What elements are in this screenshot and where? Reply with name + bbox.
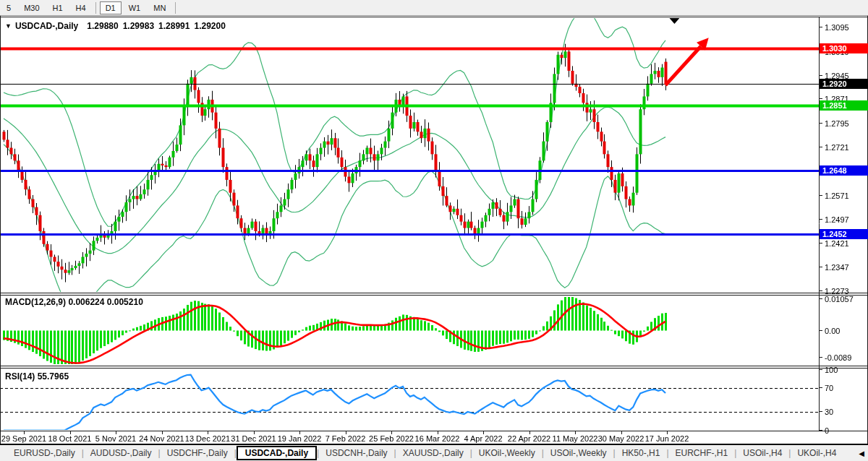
ohlc-high: 1.29983 xyxy=(123,21,154,31)
rsi-axis-tick: 70 xyxy=(825,384,867,392)
chart-title: ▼ USDCAD-,Daily 1.29880 1.29983 1.28991 … xyxy=(5,21,230,31)
date-axis-label: 30 May 2022 xyxy=(598,434,644,443)
tab-scroll-left-button[interactable]: ◀ xyxy=(859,449,864,457)
price-badge: 1.2452 xyxy=(820,229,868,239)
date-axis-label: 4 Apr 2022 xyxy=(464,434,502,443)
price-axis-tick: 1.2571 xyxy=(825,191,867,200)
date-axis-label: 31 Dec 2021 xyxy=(231,434,276,443)
price-axis-tick: 1.2347 xyxy=(825,263,867,272)
chart-tab-audusd-daily[interactable]: AUDUSD-,Daily xyxy=(84,447,158,460)
price-badge: 1.3030 xyxy=(820,43,868,53)
date-axis-label: 24 Nov 2021 xyxy=(139,434,184,443)
rsi-axis-tick: 100 xyxy=(825,366,867,374)
price-badge: 1.2648 xyxy=(820,165,868,176)
price-axis-tick: 1.2721 xyxy=(825,143,867,152)
chart-tab-eurusd-daily[interactable]: EURUSD-,Daily xyxy=(7,447,82,460)
timeframe-button-h4[interactable]: H4 xyxy=(70,1,92,14)
chart-tab-xauusd-daily[interactable]: XAUUSD-,Daily xyxy=(396,447,470,460)
toolbar-separator xyxy=(95,2,96,14)
macd-axis-tick: 0.01057 xyxy=(825,295,867,303)
price-badge: 1.2851 xyxy=(820,100,868,111)
chart-tab-usoil-h4[interactable]: USOil-,H4 xyxy=(736,447,788,460)
price-chart-canvas[interactable] xyxy=(0,16,868,444)
timeframe-button-w1[interactable]: W1 xyxy=(123,1,147,14)
price-axis-tick: 1.2795 xyxy=(825,119,867,128)
ohlc-open: 1.29880 xyxy=(87,21,118,31)
date-axis-label: 5 Nov 2021 xyxy=(95,434,136,443)
date-axis-label: 25 Feb 2022 xyxy=(369,434,414,443)
chart-tab-ukoil-h4[interactable]: UKOil-,H4 xyxy=(791,447,843,460)
rsi-axis-tick: 0 xyxy=(825,426,867,435)
timeframe-button-d1[interactable]: D1 xyxy=(100,1,122,14)
ohlc-close: 1.29200 xyxy=(194,21,225,31)
macd-axis-tick: 0.00 xyxy=(825,327,867,335)
date-axis-label: 18 Oct 2021 xyxy=(48,434,92,443)
chart-tab-usoil-weekly[interactable]: USOil-,Weekly xyxy=(544,447,613,460)
rsi-indicator-label: RSI(14) 55.7965 xyxy=(5,371,69,382)
date-axis-label: 11 May 2022 xyxy=(553,434,598,443)
ohlc-low: 1.28991 xyxy=(158,21,190,31)
chart-tabbar: EURUSD-,Daily|AUDUSD-,Daily|USDCHF-,Dail… xyxy=(0,444,868,461)
price-axis-tick: 1.3095 xyxy=(825,23,867,32)
chart-tab-usdcad-daily[interactable]: USDCAD-,Daily xyxy=(237,446,317,460)
date-axis-label: 29 Sep 2021 xyxy=(1,434,46,443)
rsi-value: 55.7965 xyxy=(38,371,69,382)
timeframe-button-h1[interactable]: H1 xyxy=(47,1,69,14)
timeframe-button-m30[interactable]: M30 xyxy=(18,1,45,14)
chart-tab-usdcnh-daily[interactable]: USDCNH-,Daily xyxy=(319,447,393,460)
date-axis-label: 22 Apr 2022 xyxy=(508,434,550,443)
rsi-axis-tick: 30 xyxy=(825,408,867,416)
mt4-terminal: 5M30H1H4D1W1MN ▼ USDCAD-,Daily 1.29880 1… xyxy=(0,0,868,461)
chart-tab-eurchf-h1[interactable]: EURCHF-,H1 xyxy=(669,447,735,460)
date-axis-label: 17 Jun 2022 xyxy=(645,434,689,443)
chart-symbol-label: USDCAD-,Daily xyxy=(15,21,78,31)
macd-values: 0.006224 0.005210 xyxy=(68,297,142,307)
chart-tab-usdchf-daily[interactable]: USDCHF-,Daily xyxy=(161,447,234,460)
chart-tab-ukoil-weekly[interactable]: UKOil-,Weekly xyxy=(472,447,542,460)
toolbar-separator xyxy=(175,2,176,14)
price-axis-tick: 1.2497 xyxy=(825,215,867,224)
timeframe-button-mn[interactable]: MN xyxy=(148,1,171,14)
timeframe-toolbar: 5M30H1H4D1W1MN xyxy=(0,0,868,16)
date-axis-label: 16 Mar 2022 xyxy=(415,434,460,443)
chart-collapse-icon[interactable]: ▼ xyxy=(5,22,12,30)
macd-indicator-label: MACD(12,26,9) 0.006224 0.005210 xyxy=(5,297,143,307)
date-axis-label: 19 Jan 2022 xyxy=(278,434,322,443)
date-axis-label: 7 Feb 2022 xyxy=(326,434,366,443)
chart-tab-hk50-h1[interactable]: HK50-,H1 xyxy=(616,447,667,460)
price-axis-tick: 1.2421 xyxy=(825,239,867,248)
date-axis-label: 13 Dec 2021 xyxy=(185,434,230,443)
timeframe-button-5[interactable]: 5 xyxy=(1,1,17,14)
price-badge: 1.2920 xyxy=(820,79,868,89)
macd-axis-tick: -0.0089 xyxy=(825,353,867,362)
